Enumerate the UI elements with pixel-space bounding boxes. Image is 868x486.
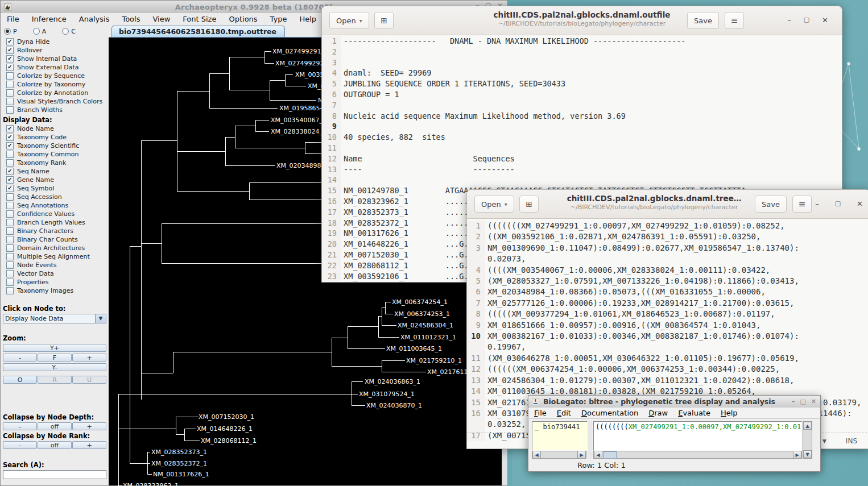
option-multiple-seq-alignment[interactable]: Multiple Seq Alignment [1, 252, 109, 261]
minimize-icon[interactable]: – [787, 16, 791, 24]
vertical-scrollbar[interactable]: ▲ ▼ [803, 421, 812, 459]
option-seq-name[interactable]: ✔Seq Name [1, 167, 109, 176]
option-node-name[interactable]: ✔Node Name [1, 124, 109, 133]
close-icon[interactable]: ✕ [822, 16, 828, 24]
menu-help[interactable]: Help [293, 14, 323, 24]
option-seq-accession[interactable]: Seq Accession [1, 193, 109, 201]
gedit-treefile-headerbar[interactable]: Open ▾ ⊞ chitIII.CDS.pal2nal.gblocks.dna… [467, 190, 868, 219]
menu-button[interactable]: ≡ [792, 196, 812, 213]
option-colorize-by-sequence[interactable]: Colorize by Sequence [1, 72, 109, 80]
option-domain-architectures[interactable]: Domain Architectures [1, 244, 109, 252]
collapse-rank-minus-button[interactable]: - [3, 441, 37, 449]
bl-menu-documentation[interactable]: Documentation [576, 408, 643, 418]
tip-label[interactable]: XM_027499291_1 [272, 48, 328, 55]
close-icon[interactable]: ✕ [857, 200, 863, 208]
scroll-right-icon[interactable]: ▶ [577, 451, 586, 459]
tip-label[interactable]: XM_011003645_1 [386, 345, 442, 352]
option-dyna-hide[interactable]: ✔Dyna Hide [1, 38, 109, 46]
collapse-depth-plus-button[interactable]: + [72, 422, 106, 430]
scroll-down-icon[interactable]: ▼ [803, 450, 812, 458]
menu-type[interactable]: Type [264, 14, 294, 24]
gedit-outfile-headerbar[interactable]: Open ▾ ⊞ chitIII.CDS.pal2nal.gblocks.dna… [322, 6, 842, 35]
bl-menu-help[interactable]: Help [716, 408, 743, 418]
text-hscrollbar[interactable]: ◀ ▶ [593, 451, 802, 459]
option-visual-styles-branch-colors[interactable]: Visual Styles/Branch Colors [1, 97, 109, 106]
option-binary-characters[interactable]: Binary Characters [1, 227, 109, 235]
option-seq-symbol[interactable]: ✔Seq Symbol [1, 184, 109, 193]
maximize-icon[interactable]: ▢ [804, 16, 809, 24]
zoom-in-button[interactable]: + [72, 354, 106, 362]
option-show-external-data[interactable]: ✔Show External Data [1, 63, 109, 72]
radio-A[interactable] [33, 28, 40, 35]
option-branch-length-values[interactable]: Branch Length Values [1, 218, 109, 227]
menu-button[interactable]: ≡ [725, 12, 744, 29]
open-button[interactable]: Open ▾ [474, 196, 514, 213]
bl-menu-draw[interactable]: Draw [643, 408, 673, 418]
tip-label[interactable]: XM_028338024_1 [271, 128, 326, 135]
new-tab-button[interactable]: ⊞ [374, 12, 394, 29]
option-taxonomy-rank[interactable]: Taxonomy Rank [1, 159, 109, 167]
tip-label[interactable]: XM_024036870_1 [366, 402, 422, 409]
minimize-icon[interactable]: – [815, 200, 819, 208]
tree-tab[interactable]: bio7394456460625816180.tmp.outtree [111, 26, 285, 37]
tip-label[interactable]: NM_001317626_1 [153, 471, 209, 478]
tree-list-item[interactable]: bio739441 [543, 423, 580, 431]
open-button[interactable]: Open ▾ [329, 12, 369, 29]
zoom-fit-button[interactable]: F [38, 354, 72, 362]
scrollbar-thumb[interactable] [603, 451, 617, 459]
newick-text-panel[interactable]: ((((((((XM_027499291_1:0.00097,XM_027499… [593, 421, 802, 451]
scroll-up-icon[interactable]: ▲ [803, 422, 812, 430]
scroll-right-icon[interactable]: ▶ [793, 451, 801, 459]
option-rollover[interactable]: ✔Rollover [1, 46, 109, 55]
tip-label[interactable]: XM_028352373_1 [151, 448, 207, 456]
zoom-y-minus-button[interactable]: Y- [3, 363, 106, 371]
close-icon[interactable]: ✕ [811, 398, 816, 405]
menu-view[interactable]: View [146, 14, 176, 24]
zoom-out-button[interactable]: - [3, 354, 37, 362]
tip-label[interactable]: XM_007152030_1 [199, 413, 254, 421]
scroll-left-icon[interactable]: ◀ [532, 451, 541, 459]
menu-analysis[interactable]: Analysis [73, 14, 116, 24]
tip-label[interactable]: XM_021759210_1 [406, 357, 462, 364]
search-a-input[interactable] [3, 470, 106, 479]
zoom-y-plus-button[interactable]: Y+ [3, 344, 106, 352]
tree-u-button[interactable]: U [72, 376, 106, 384]
tip-label[interactable]: XM_006374254_1 [392, 298, 448, 306]
tree-o-button[interactable]: O [3, 376, 37, 384]
minimize-icon[interactable]: – [792, 398, 795, 405]
save-button[interactable]: Save [755, 196, 787, 213]
tip-label[interactable]: XM_028352372_1 [151, 460, 207, 467]
bl-menu-file[interactable]: File [529, 408, 552, 418]
save-button[interactable]: Save [687, 12, 719, 29]
node-action-dropdown[interactable]: Display Node Data▼ [3, 314, 106, 323]
tip-label[interactable]: XM_028068112_1 [201, 437, 257, 445]
option-confidence-values[interactable]: Confidence Values [1, 210, 109, 218]
tree-r-button[interactable]: R [38, 376, 72, 384]
tip-label[interactable]: XM_028323962_1 [123, 482, 179, 486]
tip-label[interactable]: XM_014648226_1 [197, 425, 253, 433]
option-taxonomy-code[interactable]: ✔Taxonomy Code [1, 133, 109, 142]
option-taxonomy-common[interactable]: Taxonomy Common [1, 150, 109, 159]
option-vector-data[interactable]: Vector Data [1, 269, 109, 278]
option-taxonomy-scientific[interactable]: ✔Taxonomy Scientific [1, 142, 109, 150]
option-gene-name[interactable]: ✔Gene Name [1, 176, 109, 184]
tree-list-panel[interactable]: _ bio739441 [532, 421, 588, 451]
menu-inference[interactable]: Inference [26, 14, 73, 24]
menu-options[interactable]: Options [222, 14, 263, 24]
tip-label[interactable]: XM_011012321_1 [400, 334, 456, 341]
tab-width-dropdown-icon[interactable]: ▼ [822, 438, 826, 444]
new-tab-button[interactable]: ⊞ [519, 196, 539, 213]
tip-label[interactable]: XM_024586304_1 [398, 322, 453, 329]
list-hscrollbar[interactable]: ◀ ▶ [532, 451, 586, 459]
insert-mode-indicator[interactable]: INS [846, 437, 857, 445]
maximize-icon[interactable]: ▢ [835, 200, 841, 208]
option-taxonomy-images[interactable]: Taxonomy Images [1, 286, 109, 295]
radio-C[interactable] [62, 28, 69, 35]
collapse-depth-minus-button[interactable]: - [3, 422, 37, 430]
option-colorize-by-taxonomy[interactable]: Colorize by Taxonomy [1, 80, 109, 89]
collapse-rank-plus-button[interactable]: + [72, 441, 106, 449]
tip-label[interactable]: XM_024036863_1 [365, 378, 420, 385]
maximize-icon[interactable]: ▢ [800, 398, 805, 405]
biolegato-titlebar[interactable]: BioLegato: bltree - phylogenetic tree di… [528, 396, 820, 408]
scroll-left-icon[interactable]: ◀ [594, 451, 602, 459]
